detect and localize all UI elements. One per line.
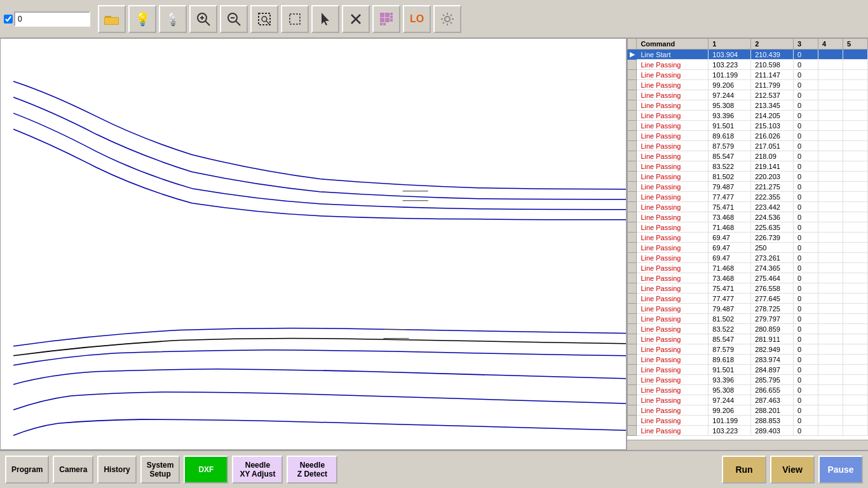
toolbar-checkbox[interactable] <box>4 15 13 24</box>
lo-button[interactable]: LO <box>403 5 431 33</box>
col2-cell: 275.464 <box>751 273 794 283</box>
horizontal-scrollbar[interactable] <box>627 440 868 450</box>
table-row[interactable]: Line Passing 85.547 218.09 0 <box>628 151 868 161</box>
system-setup-button[interactable]: SystemSetup <box>140 456 180 484</box>
table-row[interactable]: Line Passing 75.471 276.558 0 <box>628 283 868 294</box>
table-row[interactable]: Line Passing 101.199 288.853 0 <box>628 416 868 426</box>
col4-cell <box>818 111 843 121</box>
col4-cell <box>818 385 843 395</box>
cursor-button[interactable] <box>311 5 339 33</box>
table-row[interactable]: Line Passing 95.308 213.345 0 <box>628 100 868 111</box>
col3-cell: 0 <box>793 182 818 192</box>
svg-line-8 <box>236 21 240 25</box>
col2-cell: 278.725 <box>751 304 794 314</box>
table-row[interactable]: Line Passing 87.579 282.949 0 <box>628 344 868 355</box>
col4-cell <box>818 426 843 436</box>
table-row[interactable]: Line Passing 83.522 219.141 0 <box>628 161 868 172</box>
col5-cell <box>843 50 867 60</box>
table-row[interactable]: Line Passing 71.468 274.365 0 <box>628 263 868 273</box>
light-on-button[interactable]: 💡 <box>128 5 156 33</box>
col2-cell: 284.897 <box>751 365 794 375</box>
view-button[interactable]: View <box>770 456 815 484</box>
table-row[interactable]: Line Passing 93.396 214.205 0 <box>628 111 868 121</box>
table-row[interactable]: Line Passing 69.47 226.739 0 <box>628 233 868 243</box>
table-row[interactable]: Line Passing 77.477 222.355 0 <box>628 192 868 202</box>
toolbar-text-input[interactable] <box>14 11 90 27</box>
col2-cell: 219.141 <box>751 161 794 172</box>
table-row[interactable]: Line Passing 69.47 250 0 <box>628 243 868 253</box>
table-row[interactable]: Line Passing 99.206 288.201 0 <box>628 405 868 416</box>
table-row[interactable]: Line Passing 95.308 286.655 0 <box>628 385 868 395</box>
cmd-cell: Line Passing <box>637 243 709 253</box>
table-row[interactable]: Line Passing 71.468 225.635 0 <box>628 222 868 233</box>
table-row[interactable]: Line Passing 79.487 278.725 0 <box>628 304 868 314</box>
zoom-in-button[interactable] <box>189 5 217 33</box>
table-row[interactable]: Line Passing 81.502 279.797 0 <box>628 314 868 324</box>
grid-button[interactable] <box>372 5 400 33</box>
table-row[interactable]: Line Passing 97.244 287.463 0 <box>628 395 868 405</box>
run-label: Run <box>735 464 752 475</box>
table-row[interactable]: Line Passing 103.223 210.598 0 <box>628 60 868 70</box>
cmd-cell: Line Passing <box>637 324 709 334</box>
col1-cell: 83.522 <box>709 324 751 334</box>
table-row[interactable]: Line Passing 69.47 273.261 0 <box>628 253 868 263</box>
col5-cell <box>843 344 867 355</box>
table-row[interactable]: Line Passing 79.487 221.275 0 <box>628 182 868 192</box>
pause-button[interactable]: Pause <box>818 456 863 484</box>
table-row[interactable]: Line Passing 101.199 211.147 0 <box>628 70 868 80</box>
table-row[interactable]: Line Passing 85.547 281.911 0 <box>628 334 868 344</box>
table-row[interactable]: Line Passing 91.501 284.897 0 <box>628 365 868 375</box>
col3-cell: 0 <box>793 324 818 334</box>
select-box-button[interactable] <box>281 5 309 33</box>
col1-cell: 99.206 <box>709 80 751 90</box>
cmd-cell: Line Passing <box>637 121 709 131</box>
table-row[interactable]: ▶ Line Start 103.904 210.439 0 <box>628 50 868 60</box>
needle-z-button[interactable]: NeedleZ Detect <box>287 456 337 484</box>
open-button[interactable] <box>98 5 126 33</box>
camera-button[interactable]: Camera <box>53 456 93 484</box>
col3-cell: 0 <box>793 131 818 141</box>
table-row[interactable]: Line Passing 93.396 285.795 0 <box>628 375 868 385</box>
delete-selected-button[interactable] <box>342 5 370 33</box>
col4-cell <box>818 202 843 212</box>
row-indicator <box>628 60 637 70</box>
table-row[interactable]: Line Passing 83.522 280.859 0 <box>628 324 868 334</box>
col2-cell: 277.645 <box>751 294 794 304</box>
zoom-selection-button[interactable] <box>250 5 278 33</box>
table-row[interactable]: Line Passing 75.471 223.442 0 <box>628 202 868 212</box>
col5-cell <box>843 151 867 161</box>
table-row[interactable]: Line Passing 89.618 216.026 0 <box>628 131 868 141</box>
col3-cell: 0 <box>793 233 818 243</box>
table-row[interactable]: Line Passing 97.244 212.537 0 <box>628 90 868 100</box>
table-container[interactable]: Command 1 2 3 4 5 ▶ Line Start 103.904 2… <box>627 38 868 440</box>
row-indicator <box>628 416 637 426</box>
table-row[interactable]: Line Passing 87.579 217.051 0 <box>628 141 868 151</box>
zoom-out-button[interactable] <box>220 5 248 33</box>
table-row[interactable]: Line Passing 103.223 289.403 0 <box>628 426 868 436</box>
run-button[interactable]: Run <box>722 456 766 484</box>
col3-cell: 0 <box>793 121 818 131</box>
col5-cell <box>843 161 867 172</box>
table-row[interactable]: Line Passing 99.206 211.799 0 <box>628 80 868 90</box>
settings-button[interactable] <box>433 5 461 33</box>
row-indicator <box>628 263 637 273</box>
table-row[interactable]: Line Passing 89.618 283.974 0 <box>628 355 868 365</box>
table-row[interactable]: Line Passing 73.468 275.464 0 <box>628 273 868 283</box>
needle-xy-button[interactable]: NeedleXY Adjust <box>232 456 283 484</box>
svg-point-11 <box>262 17 267 22</box>
table-row[interactable]: Line Passing 73.468 224.536 0 <box>628 212 868 222</box>
col3-cell: 0 <box>793 141 818 151</box>
col2-cell: 224.536 <box>751 212 794 222</box>
history-button[interactable]: History <box>97 456 136 484</box>
table-row[interactable]: Line Passing 77.477 277.645 0 <box>628 294 868 304</box>
row-indicator <box>628 100 637 111</box>
light-off-button[interactable]: 💡 <box>159 5 187 33</box>
dxf-button[interactable]: DXF <box>184 456 228 484</box>
table-row[interactable]: Line Passing 91.501 215.103 0 <box>628 121 868 131</box>
table-row[interactable]: Line Passing 81.502 220.203 0 <box>628 172 868 182</box>
canvas-area[interactable] <box>0 38 627 450</box>
col1-cell: 69.47 <box>709 233 751 243</box>
program-button[interactable]: Program <box>5 456 49 484</box>
cmd-cell: Line Passing <box>637 395 709 405</box>
col1-cell: 69.47 <box>709 253 751 263</box>
